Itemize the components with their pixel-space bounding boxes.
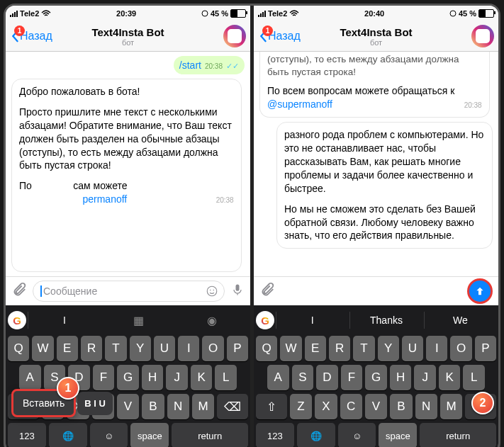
key-w[interactable]: W	[32, 336, 53, 361]
key-i[interactable]: I	[426, 336, 447, 361]
incoming-message[interactable]: Добро пожаловать в бота! Просто пришлите…	[11, 79, 242, 272]
google-icon[interactable]: G	[256, 311, 274, 329]
chat-area[interactable]: /start 20:38 ✓✓ Добро пожаловать в бота!…	[6, 52, 250, 276]
svg-point-1	[207, 286, 217, 296]
key-u[interactable]: U	[154, 336, 175, 361]
key-l[interactable]: L	[463, 365, 485, 390]
suggestion[interactable]: I	[28, 312, 101, 329]
wifi-icon	[41, 10, 51, 17]
unread-badge: 1	[14, 26, 25, 36]
key-m[interactable]: M	[440, 394, 462, 419]
key-i[interactable]: I	[178, 336, 199, 361]
key-return[interactable]: return	[420, 423, 496, 447]
key-n[interactable]: N	[167, 394, 189, 419]
status-bar: Tele2 20:39 45 %	[6, 6, 250, 21]
key-o[interactable]: O	[202, 336, 223, 361]
key-b[interactable]: B	[390, 394, 412, 419]
key-r[interactable]: R	[329, 336, 350, 361]
key-v[interactable]: V	[117, 394, 139, 419]
key-t[interactable]: T	[353, 336, 374, 361]
key-d[interactable]: D	[316, 365, 338, 390]
key-emoji[interactable]: ☺	[90, 423, 128, 447]
key-j[interactable]: J	[166, 365, 188, 390]
avatar[interactable]	[223, 25, 246, 47]
message-time: 20:38	[464, 101, 482, 111]
key-globe[interactable]: 🌐	[297, 423, 335, 447]
screenshot-left: Tele2 20:39 45 % Назад 1 Text4Insta Bot …	[6, 6, 250, 447]
key-v[interactable]: V	[365, 394, 387, 419]
key-s[interactable]: S	[292, 365, 314, 390]
key-b[interactable]: B	[142, 394, 164, 419]
key-space[interactable]: space	[379, 423, 417, 447]
key-k[interactable]: K	[439, 365, 461, 390]
back-button[interactable]: Назад 1	[258, 30, 301, 43]
key-t[interactable]: T	[105, 336, 126, 361]
orientation-lock-icon	[201, 10, 208, 17]
key-z[interactable]: Z	[290, 394, 312, 419]
key-y[interactable]: Y	[130, 336, 151, 361]
chat-area[interactable]: (отступы), то есть между абзацами должна…	[254, 52, 498, 276]
suggestion[interactable]: We	[424, 312, 496, 329]
key-r[interactable]: R	[81, 336, 102, 361]
battery-pct: 45 %	[211, 9, 228, 18]
key-n[interactable]: N	[415, 394, 437, 419]
key-c[interactable]: C	[340, 394, 362, 419]
key-g[interactable]: G	[365, 365, 387, 390]
key-w[interactable]: W	[280, 336, 301, 361]
outgoing-message[interactable]: /start 20:38 ✓✓	[174, 56, 245, 74]
key-shift[interactable]: ⇧	[256, 394, 287, 419]
key-globe[interactable]: 🌐	[49, 423, 87, 447]
key-f[interactable]: F	[93, 365, 115, 390]
key-y[interactable]: Y	[378, 336, 399, 361]
key-h[interactable]: H	[390, 365, 412, 390]
google-icon[interactable]: G	[8, 311, 26, 329]
send-button[interactable]	[467, 278, 493, 304]
key-u[interactable]: U	[402, 336, 423, 361]
command-text: /start	[179, 60, 201, 71]
screenshot-right: Tele2 20:40 45 % Назад 1 Text4Insta Bot …	[254, 6, 498, 447]
key-e[interactable]: E	[305, 336, 326, 361]
key-f[interactable]: F	[341, 365, 363, 390]
gif-icon[interactable]: ▦	[102, 314, 174, 327]
mention-link[interactable]: permanoff	[82, 193, 127, 205]
message-input[interactable]: Сообщение	[33, 281, 225, 302]
incoming-message-cut[interactable]: (отступы), то есть между абзацами должна…	[259, 52, 490, 118]
key-q[interactable]: Q	[256, 336, 277, 361]
sticker-icon[interactable]	[206, 285, 218, 298]
key-l[interactable]: L	[215, 365, 237, 390]
mic-icon[interactable]	[230, 283, 245, 300]
key-j[interactable]: J	[414, 365, 436, 390]
mention-link[interactable]: @supermanoff	[267, 98, 332, 110]
svg-point-0	[202, 11, 208, 16]
key-emoji[interactable]: ☺	[338, 423, 376, 447]
key-x[interactable]: X	[315, 394, 337, 419]
orientation-lock-icon	[449, 10, 457, 17]
key-delete[interactable]: ⌫	[217, 394, 248, 419]
attach-icon[interactable]	[11, 282, 27, 300]
key-return[interactable]: return	[172, 423, 248, 447]
key-p[interactable]: P	[227, 336, 248, 361]
key-e[interactable]: E	[57, 336, 78, 361]
suggestion[interactable]: Thanks	[349, 312, 422, 329]
key-a[interactable]: A	[19, 365, 41, 390]
sticker-sug-icon[interactable]: ◉	[176, 314, 248, 327]
key-123[interactable]: 123	[256, 423, 294, 447]
key-k[interactable]: K	[191, 365, 213, 390]
key-o[interactable]: O	[450, 336, 471, 361]
draft-p2: Но мы не сможем это сделать без Вашей об…	[284, 203, 485, 243]
key-g[interactable]: G	[117, 365, 139, 390]
key-space[interactable]: space	[130, 423, 169, 447]
key-p[interactable]: P	[475, 336, 496, 361]
avatar[interactable]	[471, 25, 494, 47]
suggestion[interactable]: I	[276, 312, 348, 329]
welcome-line: Добро пожаловать в бота!	[19, 85, 234, 98]
attach-icon[interactable]	[259, 282, 275, 300]
key-a[interactable]: A	[267, 365, 289, 390]
key-m[interactable]: M	[192, 394, 214, 419]
key-123[interactable]: 123	[8, 423, 46, 447]
draft-bubble[interactable]: разного рода проблем с компьютерами. Но …	[276, 122, 493, 249]
keyboard: G I ▦ ◉ QWERTYUIOP ASDFGHJKL ⇧ZXCVBNM⌫ 1…	[6, 305, 250, 447]
key-h[interactable]: H	[142, 365, 164, 390]
back-button[interactable]: Назад 1	[10, 30, 52, 43]
key-q[interactable]: Q	[8, 336, 29, 361]
